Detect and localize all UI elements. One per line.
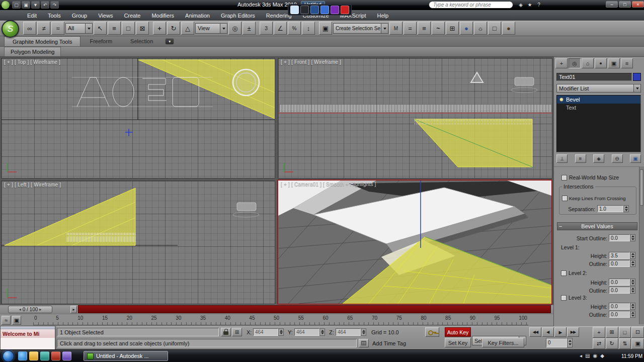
dock-app-icon[interactable] [331, 6, 339, 14]
level2-checkbox[interactable] [561, 270, 567, 276]
render-production-icon[interactable] [502, 22, 515, 35]
level3-outline-spinner[interactable] [630, 311, 635, 318]
set-key-button[interactable]: Set Key [445, 338, 471, 347]
level3-outline-field[interactable]: 0.0 [609, 311, 630, 318]
menu-modifiers[interactable]: Modifiers [151, 13, 174, 19]
menu-animation[interactable]: Animation [185, 13, 210, 19]
menu-tools[interactable]: Tools [48, 13, 61, 19]
previous-frame-icon[interactable]: ◀ [542, 327, 554, 337]
viewport-left[interactable]: [ + ] [ Left ] [ Wireframe ] [1, 180, 275, 304]
start-outline-field[interactable]: 0.0 [609, 234, 630, 241]
make-unique-icon[interactable] [593, 154, 604, 163]
modifier-stack[interactable]: Bevel Text [556, 95, 641, 152]
open-file-button[interactable]: ▣ [22, 1, 30, 9]
time-slider-arrow-icon[interactable]: ▸ [70, 306, 77, 313]
open-mini-curve-editor-icon[interactable] [2, 316, 11, 325]
taskbar-clock[interactable]: 11:59 PM [620, 350, 644, 362]
media-player-icon[interactable] [40, 351, 49, 360]
viewport-front-canvas[interactable] [278, 58, 552, 178]
key-filters-button[interactable]: Key Filters... [482, 338, 524, 347]
show-end-result-icon[interactable] [575, 154, 586, 163]
viewport-left-canvas[interactable] [2, 181, 275, 304]
utilities-tab-icon[interactable] [621, 58, 633, 68]
selection-filter-dropdown[interactable]: All [65, 23, 93, 34]
modifier-list-dropdown[interactable]: Modifier List [556, 84, 641, 93]
layer-manager-icon[interactable] [418, 22, 431, 35]
close-button[interactable]: × [632, 1, 644, 8]
separation-field[interactable]: 1.0 [597, 205, 623, 212]
select-and-rotate-icon[interactable] [167, 22, 180, 35]
spinner-snap-icon[interactable] [302, 22, 315, 35]
viewport-camera-canvas[interactable] [278, 180, 551, 304]
level3-height-field[interactable]: 0.0 [609, 303, 630, 310]
level2-height-spinner[interactable] [630, 279, 635, 286]
pan-icon[interactable]: ⇄ [593, 338, 605, 349]
start-outline-spinner[interactable] [630, 234, 635, 241]
selection-lock-icon[interactable] [221, 328, 231, 336]
reference-coordinate-dropdown[interactable]: View [195, 23, 227, 34]
x-coord-field[interactable]: 464 [253, 328, 278, 336]
modifier-stack-item-text[interactable]: Text [557, 104, 640, 112]
redo-button[interactable]: ↷ [50, 1, 59, 9]
current-frame-field[interactable]: 0 [546, 338, 567, 347]
dock-app-icon[interactable] [341, 6, 349, 14]
orbit-icon[interactable]: ↻ [606, 338, 618, 349]
save-file-button[interactable]: ▼ [31, 1, 40, 9]
level2-outline-spinner[interactable] [630, 287, 635, 294]
tab-selection[interactable]: Selection [121, 36, 162, 46]
configure-modifier-sets-icon[interactable] [630, 154, 641, 163]
modifier-stack-item-bevel[interactable]: Bevel [557, 96, 640, 104]
select-and-scale-icon[interactable] [181, 22, 194, 35]
mirror-icon[interactable] [389, 22, 403, 35]
app-shortcut-icon[interactable] [62, 351, 71, 360]
zoom-all-icon[interactable]: ⊞ [606, 327, 618, 338]
level1-height-spinner[interactable] [630, 252, 635, 259]
display-tab-icon[interactable] [608, 58, 620, 68]
dolly-icon[interactable]: ⇅ [619, 338, 631, 349]
minimize-button[interactable]: – [606, 1, 618, 8]
menu-edit[interactable]: Edit [27, 13, 37, 19]
tab-graphite-modeling-tools[interactable]: Graphite Modeling Tools [4, 36, 80, 46]
time-slider-handle[interactable]: ◂ 0 / 100 ▸ [8, 306, 52, 313]
keep-lines-checkbox[interactable] [562, 196, 568, 201]
menu-create[interactable]: Create [124, 13, 140, 19]
welcome-screen-window[interactable]: Welcome to Mi [0, 326, 55, 349]
previous-frame-nub-icon[interactable]: ◂ [18, 307, 23, 312]
object-name-field[interactable]: Text01 [556, 73, 632, 81]
welcome-window-title[interactable]: Welcome to Mi [1, 329, 55, 338]
dock-app-icon[interactable] [320, 6, 329, 14]
angle-snap-icon[interactable] [274, 22, 287, 35]
viewport-front-label[interactable]: [ + ] [ Front ] [ Wireframe ] [281, 59, 341, 65]
time-slider-track[interactable] [78, 305, 551, 313]
select-object-icon[interactable] [94, 22, 107, 35]
modify-tab-icon[interactable] [569, 58, 581, 68]
unlink-selection-icon[interactable] [37, 22, 50, 35]
zoom-region-icon[interactable]: ⊡ [631, 327, 644, 338]
tab-freeform[interactable]: Freeform [80, 36, 121, 46]
dock-app-icon[interactable] [290, 6, 299, 14]
modifier-enabled-icon[interactable] [559, 98, 564, 102]
tray-hidden-icons-icon[interactable]: ◂ [580, 353, 582, 358]
menu-views[interactable]: Views [98, 13, 113, 19]
auto-key-button[interactable]: Auto Key [445, 327, 471, 337]
app-shortcut-icon[interactable] [51, 351, 60, 360]
zoom-extents-icon[interactable]: □ [619, 327, 631, 338]
favorites-star-icon[interactable]: ★ [525, 1, 534, 9]
help-icon[interactable]: ? [534, 1, 543, 9]
schematic-view-icon[interactable] [446, 22, 459, 35]
menu-group[interactable]: Group [72, 13, 88, 19]
add-time-tag[interactable]: Add Time Tag [372, 340, 406, 346]
taskbar-window-button[interactable]: Untitled - Autodesk ... [84, 351, 168, 361]
communication-center-icon[interactable]: ◈ [516, 1, 525, 9]
ribbon-minimize-icon[interactable] [165, 38, 174, 45]
infocenter-search-input[interactable] [429, 1, 513, 9]
play-icon[interactable]: ▶ [554, 327, 567, 337]
current-frame-spinner[interactable] [567, 338, 573, 347]
maximize-viewport-icon[interactable]: ▣ [631, 338, 644, 349]
rotate-gizmo[interactable] [233, 69, 259, 96]
hierarchy-tab-icon[interactable] [582, 58, 594, 68]
undo-button[interactable]: ↶ [41, 1, 49, 9]
viewport-left-label[interactable]: [ + ] [ Left ] [ Wireframe ] [4, 182, 61, 188]
new-scene-button[interactable]: ▢ [12, 1, 21, 9]
start-button[interactable] [3, 350, 14, 362]
